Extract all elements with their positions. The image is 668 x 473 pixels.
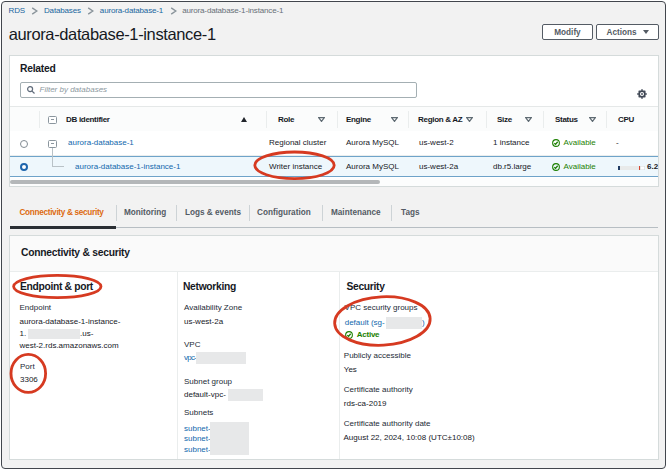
ca-date-label: Certificate authority date (344, 419, 431, 428)
tab-divider (176, 205, 177, 221)
tab-divider (249, 205, 250, 221)
sg-status-label: Active (357, 330, 380, 339)
modify-button-label: Modify (554, 28, 580, 37)
cell-status: Available (552, 162, 596, 171)
actions-button[interactable]: Actions (596, 24, 659, 40)
tab-monitoring[interactable]: Monitoring (124, 205, 166, 221)
col-cpu[interactable]: CPU (618, 115, 634, 124)
page-title: aurora-database-1-instance-1 (9, 25, 216, 44)
tab-maintenance[interactable]: Maintenance (331, 205, 381, 221)
vpc-label: VPC (184, 340, 200, 349)
endpoint-port-heading: Endpoint & port (20, 281, 93, 292)
cell-role: Writer instance (269, 162, 322, 171)
public-value: Yes (344, 365, 357, 374)
cpu-bar-fill (618, 166, 620, 170)
db-link-cluster[interactable]: aurora-database-1 (68, 138, 134, 147)
header-column-divider (543, 111, 544, 128)
subnet-link-1[interactable]: subnet- (184, 424, 211, 433)
table-row-cluster[interactable]: aurora-database-1 Regional cluster Auror… (10, 131, 658, 156)
modify-button[interactable]: Modify (542, 24, 593, 40)
table-row-instance-selected[interactable]: aurora-database-1-instance-1 Writer inst… (10, 156, 658, 177)
subnet-link-2[interactable]: subnet- (184, 434, 211, 443)
filter-role-icon[interactable] (318, 117, 325, 122)
column-divider (339, 272, 340, 459)
cell-cpu-value: 6.27 (647, 162, 658, 171)
sg-status: Active (345, 330, 379, 339)
radio-row2-selected[interactable] (20, 163, 28, 171)
header-column-divider (266, 111, 267, 128)
ca-label: Certificate authority (344, 385, 413, 394)
breadcrumb-chevron-icon (87, 7, 94, 15)
filter-status-icon[interactable] (589, 117, 596, 122)
filter-region-icon[interactable] (466, 117, 473, 122)
subnet-link-3[interactable]: subnet- (184, 445, 211, 454)
breadcrumb-chevron-icon (170, 7, 177, 15)
aws-console-screenshot: RDS Databases aurora-database-1 aurora-d… (0, 0, 668, 473)
breadcrumb-current: aurora-database-1-instance-1 (182, 6, 283, 16)
status-label: Available (564, 162, 596, 171)
col-status[interactable]: Status (555, 115, 578, 124)
status-label: Available (564, 138, 596, 147)
related-title: Related (20, 63, 55, 74)
subnets-label: Subnets (184, 408, 213, 417)
breadcrumb-chevron-icon (31, 7, 38, 15)
table-header: DB identifier Role Engine Region & AZ Si… (10, 106, 658, 132)
tab-divider (322, 205, 323, 221)
horizontal-scrollbar-thumb[interactable] (10, 180, 380, 185)
col-engine[interactable]: Engine (346, 115, 371, 124)
az-label: Availability Zone (184, 303, 242, 312)
public-label: Publicly accessible (344, 351, 411, 360)
header-column-divider (337, 111, 338, 128)
subnet-group-label: Subnet group (184, 377, 232, 386)
col-size[interactable]: Size (497, 115, 512, 124)
cpu-usage-bar (618, 166, 645, 170)
cell-region: us-west-2 (419, 138, 454, 147)
filter-input[interactable]: Filter by databases (20, 82, 417, 98)
breadcrumb-databases[interactable]: Databases (44, 6, 81, 16)
tab-divider (391, 205, 392, 221)
filter-size-icon[interactable] (525, 117, 532, 122)
col-region-az[interactable]: Region & AZ (418, 115, 462, 124)
port-value: 3306 (20, 375, 38, 384)
check-circle-icon (552, 163, 560, 171)
tab-configuration[interactable]: Configuration (257, 205, 311, 221)
filter-placeholder: Filter by databases (40, 85, 108, 94)
radio-row1[interactable] (20, 140, 28, 148)
redaction-box (210, 422, 249, 455)
cell-size: 1 instance (493, 138, 529, 147)
check-circle-icon (552, 139, 560, 147)
sg-link[interactable]: default (sg- (345, 318, 385, 327)
networking-heading: Networking (183, 281, 236, 292)
cell-size: db.r5.large (493, 162, 531, 171)
breadcrumb-cluster[interactable]: aurora-database-1 (100, 6, 163, 16)
header-column-divider (39, 111, 40, 128)
cell-engine: Aurora MySQL (346, 162, 399, 171)
collapse-row-icon[interactable] (48, 140, 57, 149)
active-tab-underline (10, 226, 116, 229)
col-role[interactable]: Role (278, 115, 294, 124)
tab-tags[interactable]: Tags (401, 205, 420, 221)
cpu-bar-tail (640, 166, 644, 170)
tab-logs-events[interactable]: Logs & events (185, 205, 241, 221)
ca-value: rds-ca-2019 (344, 399, 387, 408)
sort-ascending-icon[interactable] (241, 117, 247, 122)
vpc-link[interactable]: vpc- (184, 353, 196, 362)
settings-gear-icon[interactable] (637, 85, 647, 95)
actions-button-label: Actions (606, 28, 636, 37)
collapse-all-icon[interactable] (48, 116, 57, 125)
tree-connector (52, 148, 53, 167)
col-db-identifier[interactable]: DB identifier (66, 115, 110, 124)
cell-engine: Aurora MySQL (346, 138, 399, 147)
breadcrumb-rds[interactable]: RDS (9, 6, 25, 16)
breadcrumb: RDS Databases aurora-database-1 aurora-d… (9, 6, 284, 16)
endpoint-value-line1: aurora-database-1-instance- (20, 317, 121, 326)
cell-region: us-west-2a (419, 162, 458, 171)
db-link-instance[interactable]: aurora-database-1-instance-1 (75, 162, 180, 171)
tab-connectivity-security[interactable]: Connectivity & security (20, 205, 104, 221)
sg-label: VPC security groups (345, 303, 418, 312)
ca-date-value: August 22, 2024, 10:08 (UTC±10:08) (344, 433, 475, 442)
header-column-divider (606, 111, 607, 128)
sg-link-suffix: ) (422, 318, 425, 327)
details-title: Connectivity & security (21, 247, 130, 258)
filter-engine-icon[interactable] (391, 117, 398, 122)
